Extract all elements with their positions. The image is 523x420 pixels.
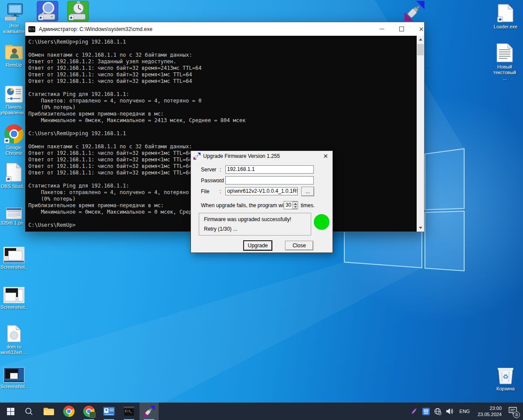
minimize-button[interactable] [372, 22, 392, 36]
upgrade-button[interactable]: Upgrade [244, 241, 272, 250]
clock-time: 23:00 [478, 405, 502, 411]
dialog-title: Upgrade Firmware Version 1.255 [203, 153, 280, 159]
desktop-icon-disk-mark[interactable] [67, 1, 89, 23]
control-panel-icon [0, 85, 28, 103]
system-window-icon [103, 407, 115, 416]
server-label: Server [201, 167, 216, 173]
search-button[interactable] [19, 403, 38, 420]
firmware-tool-taskbar-button[interactable] [139, 403, 159, 420]
desktop-icon-control-panel[interactable]: Панель управлени... [0, 85, 28, 116]
taskbar-clock[interactable]: 23:00 23.05.2024 [478, 405, 502, 417]
language-indicator[interactable]: ENG [459, 409, 470, 414]
chrome-icon [83, 406, 95, 417]
scroll-down-icon[interactable] [417, 224, 424, 232]
status-line-1: Firmware was upgraded successfully! [204, 216, 291, 222]
user-folder-icon [0, 42, 28, 61]
desktop-icon-label: Новый текстовый ... [491, 64, 519, 81]
desktop-icon-recycle-bin[interactable]: ♻ Корзина [492, 365, 520, 392]
status-line-2: Retry (1/30) ... [204, 226, 238, 232]
cmd-taskbar-button[interactable]: C:\_ [119, 403, 139, 420]
search-icon [25, 407, 33, 415]
desktop-icon-remup[interactable]: RemUp [0, 42, 28, 68]
spinner-down-icon[interactable] [292, 205, 298, 209]
chrome-taskbar-button[interactable] [59, 403, 78, 420]
close-button[interactable]: ✕ [411, 22, 431, 36]
disc-image-file-icon [0, 324, 28, 343]
desktop-icon-obs[interactable]: OBS Studi... [0, 162, 28, 189]
desktop-icon-label: Этот компьюте [0, 23, 28, 34]
desktop-icon-screenshot-2[interactable]: Screenshot... [0, 287, 28, 316]
file-label: File [201, 188, 209, 195]
desktop-icon-screenshot-1[interactable]: Screenshot... [0, 247, 28, 276]
retry-text-after: times. [301, 202, 315, 208]
status-box: Firmware was upgraded successfully! Retr… [199, 213, 311, 236]
desktop-icon-label: Screenshot... [0, 264, 28, 276]
maximize-icon [399, 27, 404, 31]
recycle-bin-icon: ♻ [492, 365, 520, 385]
hidden-icon-label-fragment: ... [425, 64, 429, 69]
clock-date: 23.05.2024 [478, 411, 502, 417]
this-pc-icon [0, 3, 28, 22]
desktop-icon-firmware-tool[interactable] [404, 1, 425, 23]
close-dialog-button[interactable]: Close [285, 241, 313, 250]
file-explorer-button[interactable] [39, 403, 58, 420]
desktop-icon-label: dom ru wnr612ert-... [0, 344, 28, 355]
desktop-icon-label: Loader.exe [492, 24, 520, 30]
chrome-taskbar-button-2[interactable] [79, 403, 98, 420]
desktop-icon-320r6[interactable]: 320r6 1.pn... [0, 208, 28, 226]
start-button[interactable] [1, 403, 20, 420]
desktop-icon-screenshot-3[interactable]: Screenshot... [0, 367, 28, 395]
desktop-icon-this-pc[interactable]: Этот компьюте [0, 3, 28, 34]
chrome-icon [4, 123, 24, 143]
speaker-icon [446, 408, 454, 415]
plug-icon [404, 1, 425, 21]
scrollbar-thumb[interactable] [417, 44, 424, 55]
blue-app-icon [422, 408, 430, 415]
folder-icon [44, 407, 54, 416]
desktop-icon-dom-ru[interactable]: dom ru wnr612ert-... [0, 324, 28, 355]
file-shortcut-icon [6, 162, 22, 182]
scroll-up-icon[interactable] [417, 36, 424, 43]
desktop-icon-label: 320r6 1.pn... [0, 220, 28, 226]
tray-network-button[interactable] [434, 408, 441, 415]
desktop-icon-chrome[interactable]: Google Chrome [0, 123, 28, 156]
desktop-icon-label: Панель управлени... [0, 104, 28, 116]
desktop-icon-new-text[interactable]: Новый текстовый ... [491, 43, 519, 81]
image-thumbnail-icon [6, 208, 22, 219]
file-colon: : [220, 188, 221, 195]
cmd-icon: C:\_ [124, 406, 134, 416]
desktop-icon-label: RemUp [0, 62, 28, 68]
file-input[interactable]: op\wnr612v2-V1.0.0.4_1.0.1RU.img [225, 187, 298, 195]
desktop-icon-label: Google Chrome [0, 145, 28, 156]
desktop-icon-loader[interactable]: Loader.exe [492, 3, 520, 30]
dialog-close-button[interactable]: ✕ [320, 151, 331, 161]
status-indicator-dot [314, 214, 329, 230]
text-file-icon [491, 43, 519, 63]
dialog-titlebar[interactable]: Upgrade Firmware Version 1.255 ✕ [191, 151, 333, 161]
notification-center-button[interactable]: 3 [509, 407, 517, 416]
password-colon: : [220, 178, 221, 184]
exe-file-icon [497, 3, 514, 23]
page-badge-icon [89, 412, 95, 418]
svg-text:C:\: C:\ [29, 27, 35, 31]
server-input[interactable]: 192.168.1.1 [225, 165, 314, 174]
password-input[interactable] [225, 176, 314, 184]
desktop-icon-disk-info[interactable] [36, 1, 59, 23]
svg-text:♻: ♻ [503, 373, 508, 381]
cmd-window-title: Администратор: C:\Windows\system32\cmd.e… [39, 26, 153, 32]
tray-pen-app-button[interactable] [411, 408, 418, 415]
maximize-button[interactable] [392, 22, 411, 36]
scrollbar[interactable] [417, 36, 424, 232]
system-window-taskbar-button[interactable] [99, 403, 119, 420]
close-icon: ✕ [419, 26, 424, 32]
minimize-icon [380, 29, 384, 29]
desktop: Этот компьюте RemUp Па [0, 0, 523, 420]
tray-volume-button[interactable] [446, 408, 454, 415]
browse-button[interactable]: ... [301, 187, 314, 196]
retry-text-before: When upgrade fails, the program will ret… [201, 202, 298, 208]
tray-app-button[interactable] [422, 408, 430, 415]
cmd-titlebar[interactable]: C:\ Администратор: C:\Windows\system32\c… [25, 22, 424, 36]
plug-icon [194, 153, 200, 160]
desktop-icon-label: Корзина [492, 386, 520, 392]
retry-count-spinner[interactable]: 30 [284, 201, 298, 209]
